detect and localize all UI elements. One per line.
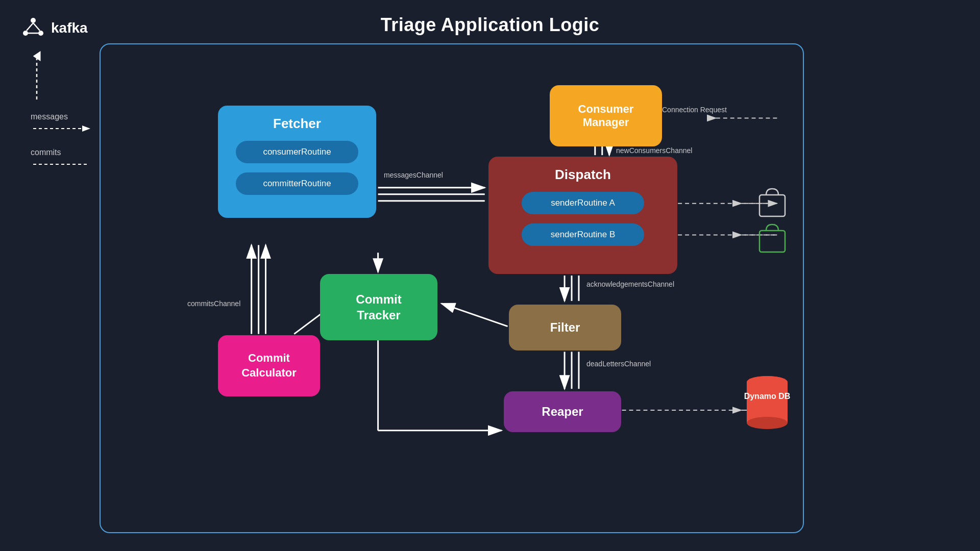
kafka-icon [20,15,46,41]
consumer-manager-title: Consumer Manager [578,103,634,130]
svg-point-2 [38,31,43,36]
reaper-title: Reaper [542,405,583,419]
svg-point-1 [23,31,28,36]
svg-line-3 [27,23,33,31]
commit-tracker-box: Commit Tracker [320,274,437,340]
messages-channel-label: messagesChannel [384,171,443,179]
consumer-routine-pill: consumerRoutine [236,141,358,163]
new-consumers-channel-label: newConsumersChannel [616,146,692,155]
dynamo-db-label: Dynamo DB [742,391,793,402]
fetcher-title: Fetcher [273,116,321,132]
commit-calculator-title: Commit Calculator [241,351,297,380]
shopping-bag-b [757,220,788,256]
dead-letters-channel-label: deadLettersChannel [586,360,651,368]
diagram-container: messagesChannel newConsumersChannel comm… [100,43,804,533]
filter-title: Filter [550,320,580,335]
page-title: Triage Application Logic [0,0,980,36]
svg-point-46 [747,417,788,429]
fetcher-box: Fetcher consumerRoutine committerRoutine [218,106,376,218]
shopping-bag-a [757,185,788,220]
commit-calculator-box: Commit Calculator [218,335,320,396]
svg-line-4 [33,23,40,31]
committer-routine-pill: committerRoutine [236,172,358,195]
consumer-manager-box: Consumer Manager [550,85,662,146]
commits-label: commits [31,148,97,157]
svg-point-47 [747,376,788,388]
kafka-label: kafka [51,20,88,36]
sender-routine-b-pill: senderRoutine B [522,223,644,246]
svg-line-24 [442,304,507,327]
filter-box: Filter [509,305,621,350]
dispatch-title: Dispatch [555,167,611,183]
dispatch-box: Dispatch senderRoutine A senderRoutine B [488,157,677,274]
reaper-box: Reaper [504,391,621,432]
dynamo-db-box: Dynamo DB [742,371,793,434]
commit-tracker-title: Commit Tracker [356,291,401,323]
acknowledgements-channel-label: acknowledgementsChannel [586,280,674,288]
sender-routine-a-pill: senderRoutine A [522,192,644,214]
svg-rect-42 [760,195,785,216]
kafka-logo: kafka [20,15,88,41]
connection-request-label: Connection Request [662,106,727,114]
svg-point-0 [31,18,36,23]
messages-label: messages [31,112,97,121]
svg-rect-43 [760,231,785,252]
commits-channel-label: commitsChannel [187,299,240,308]
